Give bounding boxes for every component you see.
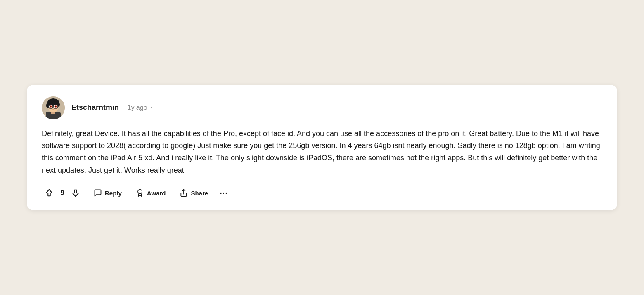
award-label: Award	[147, 190, 166, 197]
reply-button[interactable]: Reply	[88, 186, 128, 200]
upvote-button[interactable]	[42, 186, 57, 200]
upvote-icon	[45, 188, 54, 197]
svg-point-11	[50, 106, 51, 107]
separator-dot-1: ·	[122, 104, 124, 112]
vote-group: 9	[42, 186, 83, 200]
more-button[interactable]: ···	[216, 186, 231, 200]
reply-icon	[94, 189, 102, 197]
separator-dot-2: ·	[151, 104, 152, 112]
share-button[interactable]: Share	[174, 186, 214, 200]
svg-point-12	[55, 106, 56, 107]
award-icon	[136, 189, 144, 197]
username: Etscharntmin	[71, 103, 119, 112]
comment-meta: Etscharntmin · 1y ago ·	[71, 103, 152, 112]
award-button[interactable]: Award	[130, 186, 172, 200]
svg-point-16	[138, 190, 142, 194]
comment-actions: 9 Reply	[42, 186, 602, 200]
downvote-icon	[71, 188, 80, 197]
comment-body: Definitely, great Device. It has all the…	[42, 128, 602, 177]
comment-card: Etscharntmin · 1y ago · Definitely, grea…	[27, 85, 617, 211]
share-icon	[180, 189, 188, 197]
downvote-button[interactable]	[68, 186, 83, 200]
vote-count: 9	[59, 189, 66, 197]
reply-label: Reply	[105, 190, 122, 197]
timestamp: 1y ago	[127, 104, 147, 112]
more-icon: ···	[220, 188, 228, 198]
comment-header: Etscharntmin · 1y ago ·	[42, 96, 602, 119]
share-label: Share	[191, 190, 208, 197]
avatar	[42, 96, 65, 119]
